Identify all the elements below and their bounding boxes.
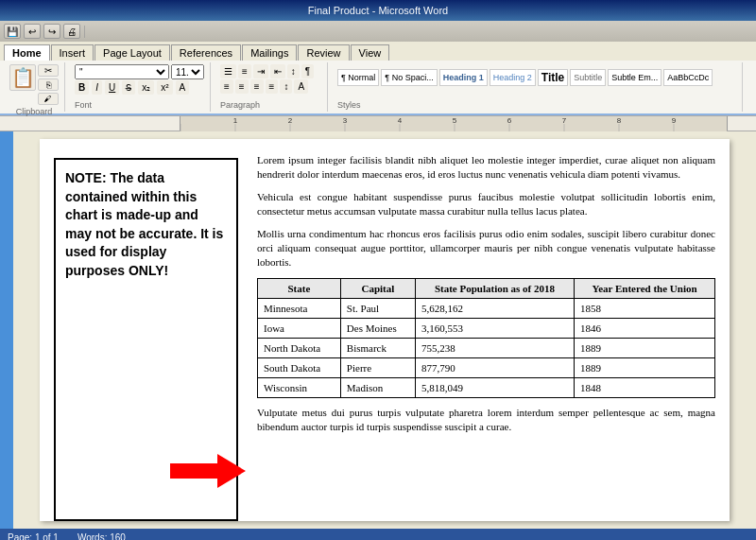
para-row1: ☰ ≡ ⇥ ⇤ ↕ ¶ [220, 64, 314, 78]
clipboard-sub-buttons: ✂ ⎘ 🖌 [38, 64, 59, 105]
word-count: Words: 160 [77, 532, 126, 541]
style-heading2[interactable]: Heading 2 [490, 69, 536, 86]
page-content: Lorem ipsum integer facilisis blandit ni… [248, 139, 730, 521]
tab-page-layout[interactable]: Page Layout [94, 44, 170, 61]
table-cell: 5,628,162 [415, 298, 574, 318]
print-button[interactable]: 🖨 [63, 24, 80, 39]
style-subtitle[interactable]: Subtitle [570, 69, 606, 86]
svg-text:1: 1 [233, 116, 238, 125]
underline-button[interactable]: U [105, 80, 119, 95]
italic-button[interactable]: I [92, 80, 102, 95]
document-area: NOTE: The data contained within this cha… [0, 131, 756, 529]
svg-text:3: 3 [343, 116, 348, 125]
indent-button[interactable]: ⇥ [253, 64, 268, 78]
font-name-select[interactable]: " [75, 64, 169, 79]
styles-group: ¶ Normal ¶ No Spaci... Heading 1 Heading… [332, 62, 743, 112]
page-area: NOTE: The data contained within this cha… [13, 131, 756, 529]
style-no-space[interactable]: ¶ No Spaci... [381, 69, 437, 86]
table-cell: North Dakota [258, 338, 341, 357]
svg-text:2: 2 [288, 116, 293, 125]
arrow-right-icon [170, 453, 246, 500]
footer-paragraph: Vulputate metus dui purus turpis vulputa… [257, 406, 715, 435]
svg-marker-22 [170, 454, 246, 488]
table-cell: 5,818,049 [415, 377, 574, 397]
table-cell: 3,160,553 [415, 318, 574, 338]
table-cell: Madison [340, 377, 415, 397]
table-cell: 877,790 [415, 357, 574, 377]
sort-button[interactable]: ↕ [287, 64, 300, 78]
table-cell: 755,238 [415, 338, 574, 357]
paragraph-group: ☰ ≡ ⇥ ⇤ ↕ ¶ ≡ ≡ ≡ ≡ ↕ A Paragraph [215, 62, 328, 112]
ribbon: Home Insert Page Layout References Maili… [0, 42, 756, 116]
table-cell: 1858 [575, 298, 715, 318]
table-cell: Minnesota [258, 298, 341, 318]
clipboard-icons: 📋 ✂ ⎘ 🖌 [9, 64, 59, 105]
style-normal[interactable]: ¶ Normal [337, 69, 379, 86]
paragraph-3: Mollis urna condimentum hac rhoncus eros… [257, 227, 715, 270]
copy-button[interactable]: ⎘ [38, 78, 59, 91]
format-painter-button[interactable]: 🖌 [38, 93, 59, 105]
tab-references[interactable]: References [171, 44, 241, 61]
svg-text:9: 9 [672, 116, 677, 125]
style-heading1[interactable]: Heading 1 [439, 69, 488, 86]
tab-view[interactable]: View [351, 44, 390, 61]
align-right-button[interactable]: ≡ [250, 79, 264, 94]
style-title[interactable]: Title [538, 69, 568, 86]
table-cell: St. Paul [340, 298, 415, 318]
para-row2: ≡ ≡ ≡ ≡ ↕ A [220, 79, 308, 94]
outdent-button[interactable]: ⇤ [270, 64, 285, 78]
blue-sidebar [0, 131, 13, 529]
superscript-button[interactable]: x² [157, 80, 172, 95]
highlight-button[interactable]: A [294, 79, 308, 94]
document-page: NOTE: The data contained within this cha… [40, 139, 730, 521]
numbering-button[interactable]: ≡ [238, 64, 251, 78]
tab-home[interactable]: Home [4, 44, 50, 61]
linespacing-button[interactable]: ↕ [280, 79, 292, 94]
paste-button[interactable]: 📋 [9, 64, 36, 91]
bold-button[interactable]: B [75, 80, 89, 95]
table-cell: South Dakota [258, 357, 341, 377]
style-emphasis[interactable]: AaBbCcDc [663, 69, 713, 86]
svg-text:8: 8 [617, 116, 622, 125]
table-cell: 1889 [575, 357, 715, 377]
tab-review[interactable]: Review [298, 44, 349, 61]
table-row: IowaDes Moines3,160,5531846 [258, 318, 715, 338]
paragraph-label: Paragraph [220, 100, 260, 110]
align-center-button[interactable]: ≡ [235, 79, 249, 94]
font-size-select[interactable]: 11.5 [171, 64, 204, 79]
tab-insert[interactable]: Insert [51, 44, 94, 61]
paragraph-1: Lorem ipsum integer facilisis blandit ni… [257, 153, 715, 183]
justify-button[interactable]: ≡ [266, 79, 279, 94]
col-header-capital: Capital [340, 278, 415, 298]
table-cell: Pierre [340, 357, 415, 377]
undo-button[interactable]: ↩ [24, 24, 41, 39]
save-button[interactable]: 💾 [4, 24, 21, 39]
ruler: 1 2 3 4 5 6 7 8 9 [0, 116, 756, 131]
cut-button[interactable]: ✂ [38, 64, 59, 77]
title-bar: Final Product - Microsoft Word [0, 0, 756, 21]
tab-mailings[interactable]: Mailings [242, 44, 297, 61]
font-row1: " 11.5 [75, 64, 204, 79]
col-header-population: State Population as of 2018 [415, 278, 574, 298]
bullets-button[interactable]: ☰ [220, 64, 236, 78]
style-subtle[interactable]: Subtle Em... [608, 69, 662, 86]
subscript-button[interactable]: x₂ [138, 80, 154, 95]
separator: | [83, 24, 86, 39]
align-left-button[interactable]: ≡ [220, 79, 233, 94]
table-header-row: State Capital State Population as of 201… [258, 278, 715, 298]
note-text: NOTE: The data contained within this cha… [65, 170, 223, 278]
redo-button[interactable]: ↪ [43, 24, 60, 39]
table-cell: Wisconsin [258, 377, 341, 397]
clipboard-group: 📋 ✂ ⎘ 🖌 Clipboard [4, 62, 65, 112]
table-cell: 1848 [575, 377, 715, 397]
table-cell: Des Moines [340, 318, 415, 338]
quick-access-toolbar: 💾 ↩ ↪ 🖨 | [0, 21, 756, 42]
strikethrough-button[interactable]: S̶ [122, 80, 135, 95]
note-box: NOTE: The data contained within this cha… [54, 158, 238, 521]
ruler-marks: 1 2 3 4 5 6 7 8 9 [180, 116, 728, 131]
ruler-svg: 1 2 3 4 5 6 7 8 9 [180, 116, 727, 131]
svg-text:5: 5 [453, 116, 457, 125]
table-row: South DakotaPierre877,7901889 [258, 357, 715, 377]
clear-format-button[interactable]: A [176, 80, 190, 95]
show-para-button[interactable]: ¶ [301, 64, 314, 78]
